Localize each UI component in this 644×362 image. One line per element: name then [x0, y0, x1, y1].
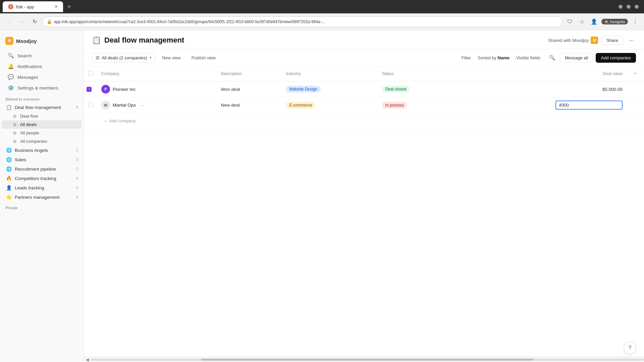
th-status[interactable]: Status — [378, 66, 458, 81]
group-label-sales: Sales — [15, 157, 26, 162]
deal-value-1[interactable]: $5,000.00 — [602, 87, 623, 92]
table-row: ✓ P Pioneer Inc Won deal — [84, 81, 644, 97]
group-header-sales[interactable]: 🌐 Sales 3 — [2, 155, 82, 164]
minimize-button[interactable] — [619, 5, 623, 9]
status-tag-2[interactable]: In process — [382, 102, 407, 109]
sidebar-item-settings[interactable]: ⚙️ Settings & members — [2, 82, 82, 93]
company-cell-1: P Pioneer Inc — [101, 85, 213, 94]
incognito-label: Incognito — [610, 20, 625, 24]
th-industry[interactable]: Industry — [282, 66, 378, 81]
sidebar-sub-all-companies[interactable]: ⊞ All companies — [2, 137, 82, 145]
row-more-button[interactable]: ··· — [139, 101, 147, 109]
deal-value-input-2[interactable] — [555, 101, 623, 110]
tab-close-button[interactable]: × — [55, 4, 58, 9]
publish-view-button[interactable]: Publish view — [187, 54, 220, 62]
row-checkbox-2[interactable] — [88, 102, 93, 107]
sidebar-messages-label: Messages — [17, 75, 38, 80]
toolbar-right: Filter Sorted by Name Visible fields 🔍 M… — [457, 53, 636, 63]
sidebar-sub-deal-flow[interactable]: ⊞ Deal flow — [2, 112, 82, 120]
app-logo[interactable]: M Moodjoy — [0, 34, 84, 50]
add-companies-button[interactable]: Add companies — [596, 53, 636, 63]
add-column-button[interactable]: + — [631, 69, 640, 78]
group-header-competitors-tracking[interactable]: 🔥 Competitors tracking 0 — [2, 174, 82, 183]
all-companies-icon: ⊞ — [12, 139, 17, 144]
th-company[interactable]: Company — [97, 66, 217, 81]
group-label-deal-flow-management: Deal flow management — [15, 105, 61, 110]
group-header-recruitment-pipeline[interactable]: 🌐 Recruitment pipeline 1 — [2, 164, 82, 174]
bookmark-icon[interactable]: ☆ — [577, 17, 587, 26]
incognito-icon: 🕵 — [604, 19, 609, 24]
sidebar-sub-all-people[interactable]: ⊞ All people — [2, 129, 82, 137]
table-container: Company Description Industry Status Deal… — [84, 66, 644, 357]
table-row: M Martial Ops ··· New deal E-commerce — [84, 97, 644, 113]
scrollbar-track[interactable] — [91, 359, 644, 361]
th-add-col[interactable]: + — [627, 66, 644, 81]
new-tab-button[interactable]: + — [64, 2, 74, 11]
group-competitors-tracking: 🔥 Competitors tracking 0 — [2, 174, 82, 183]
new-view-button[interactable]: New view — [158, 54, 185, 62]
td-add-company: + Add company — [97, 113, 644, 129]
scrollbar-thumb[interactable] — [201, 359, 533, 361]
all-deals-icon: ⊞ — [12, 122, 17, 127]
search-icon-button[interactable]: 🔍 — [547, 53, 557, 63]
td-deal-value-1: $5,000.00 — [458, 81, 627, 97]
td-description-2: New deal — [217, 97, 282, 113]
active-tab[interactable]: f folk - app × — [3, 1, 63, 12]
td-description-1: Won deal — [217, 81, 282, 97]
add-company-button[interactable]: + Add company — [101, 117, 640, 125]
profile-icon[interactable]: 👤 — [589, 17, 599, 26]
page-title-icon: 📋 — [92, 36, 101, 45]
company-name-1[interactable]: Pioneer Inc — [113, 87, 136, 92]
th-description[interactable]: Description — [217, 66, 282, 81]
row-checkbox-1[interactable]: ✓ — [87, 87, 92, 92]
deals-table: Company Description Industry Status Deal… — [84, 66, 644, 129]
group-label-competitors-tracking: Competitors tracking — [15, 176, 56, 181]
status-tag-1[interactable]: Deal closed — [382, 86, 410, 93]
group-badge-competitors-tracking: 0 — [76, 176, 78, 180]
scroll-left-button[interactable]: ◀ — [84, 357, 91, 362]
th-deal-value[interactable]: Deal value — [458, 66, 627, 81]
sidebar-item-messages[interactable]: 💬 Messages — [2, 72, 82, 82]
group-badge-leads-tracking: 0 — [76, 186, 78, 190]
group-label-recruitment-pipeline: Recruitment pipeline — [15, 167, 56, 172]
reload-button[interactable]: ↻ — [30, 17, 40, 27]
company-name-2[interactable]: Martial Ops — [113, 103, 136, 108]
search-icon: 🔍 — [7, 53, 14, 59]
view-selector[interactable]: ⊞ All deals (2 companies) ▾ — [92, 53, 155, 62]
horizontal-scrollbar[interactable]: ◀ — [84, 357, 644, 362]
close-button[interactable] — [635, 5, 639, 9]
group-partners-management: 🌟 Partners management 0 — [2, 192, 82, 202]
sales-icon: 🌐 — [5, 157, 12, 162]
industry-tag-1[interactable]: Website Design — [286, 86, 321, 93]
back-button[interactable]: ← — [4, 17, 14, 27]
group-header-leads-tracking[interactable]: 👤 Leads tracking 0 — [2, 183, 82, 192]
group-header-partners-management[interactable]: 🌟 Partners management 0 — [2, 192, 82, 202]
page-header: 📋 Deal flow management Shared with Moodj… — [84, 30, 644, 49]
group-business-angels: 🌐 Business Angels 2 — [2, 145, 82, 155]
more-options-button[interactable]: ··· — [627, 36, 636, 45]
header-checkbox[interactable] — [88, 71, 93, 76]
forward-button[interactable]: → — [17, 17, 27, 27]
help-button[interactable]: ? — [624, 342, 636, 354]
sidebar-item-search[interactable]: 🔍 Search — [2, 50, 82, 61]
address-bar[interactable]: 🔒 app.folk.app/apps/contacts/network/cca… — [42, 16, 562, 27]
visible-fields-button[interactable]: Visible fields — [512, 54, 544, 62]
incognito-badge[interactable]: 🕵 Incognito — [601, 19, 628, 24]
filter-button[interactable]: Filter — [457, 54, 475, 62]
page-title-area: 📋 Deal flow management — [92, 36, 548, 45]
extensions-icon[interactable]: ⋮ — [631, 17, 640, 26]
message-all-button[interactable]: Message all — [560, 53, 593, 63]
business-angels-icon: 🌐 — [5, 147, 12, 153]
sidebar-sub-all-deals[interactable]: ⊞ All deals — [2, 120, 82, 129]
maximize-button[interactable] — [627, 5, 631, 9]
industry-tag-2[interactable]: E-commerce — [286, 102, 315, 109]
company-avatar-1: P — [101, 85, 110, 94]
share-button[interactable]: Share — [601, 36, 623, 45]
shield-icon[interactable]: 🛡 — [565, 17, 575, 26]
sidebar-item-notifications[interactable]: 🔔 Notifications — [2, 61, 82, 72]
sorted-by-label: Sorted by Name — [478, 55, 509, 60]
group-header-business-angels[interactable]: 🌐 Business Angels 2 — [2, 145, 82, 155]
group-header-deal-flow-management[interactable]: 📋 Deal flow management 0 — [2, 103, 82, 112]
url-text: app.folk.app/apps/contacts/network/ccaa7… — [54, 19, 558, 24]
group-badge-partners-management: 0 — [76, 195, 78, 199]
